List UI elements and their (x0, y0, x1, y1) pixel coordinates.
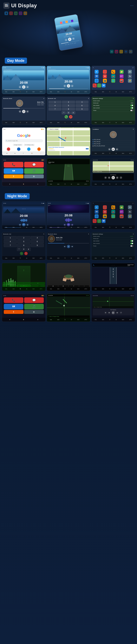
google-search-bar[interactable]: 🔍 Search or type URL (4, 139, 43, 142)
night-app-10[interactable]: 📡 (128, 210, 132, 214)
music-prev[interactable]: ⏮ (19, 110, 21, 113)
dial-hash[interactable]: # (71, 111, 75, 114)
app-icon-waze[interactable]: W (103, 74, 107, 78)
np-play[interactable]: ▶ (112, 176, 115, 179)
bottom-icon-1[interactable]: 📞 (93, 84, 96, 88)
night-app-2[interactable]: 🎵 (103, 205, 107, 209)
app-icon-extra2[interactable]: 🔵 (95, 79, 98, 83)
day-prev-2[interactable]: ⏮ (64, 85, 66, 87)
day-next-2[interactable]: ⏭ (71, 85, 74, 87)
app-icon-extra1[interactable]: 📡 (128, 74, 132, 78)
night-cp-podcast[interactable]: 🎙 (4, 310, 24, 314)
night-app-15[interactable]: ⚡ (128, 214, 132, 218)
night-dial-9[interactable]: 9 (31, 244, 44, 247)
bottom-icon-3[interactable]: 🗺 (102, 84, 106, 88)
dial-5[interactable]: 5 (62, 104, 75, 107)
night-nav-btn-3[interactable]: ⊕ (31, 282, 45, 284)
night-auto-connect-toggle[interactable] (130, 243, 133, 244)
app-icon-telegram[interactable]: ✈ (95, 70, 98, 74)
dial-6[interactable]: 6 (76, 104, 88, 107)
call-answer-btn[interactable]: 📞 (64, 115, 68, 118)
cp-podcast-icon[interactable]: 🎙 (4, 174, 24, 178)
cp-maps-icon[interactable]: 🗺 (4, 168, 23, 174)
night-dial-4[interactable]: 4 (4, 240, 17, 243)
local-prev[interactable]: ⏮ (108, 148, 111, 150)
night-nav-btn-4[interactable]: ← (3, 285, 16, 287)
auto-answer-toggle[interactable] (130, 105, 133, 106)
call-end-btn[interactable]: 📵 (69, 115, 72, 118)
night-dial-7[interactable]: 7 (4, 244, 17, 247)
bottom-icon-2[interactable]: 🎵 (97, 84, 101, 88)
local-next[interactable]: ⏭ (116, 148, 118, 150)
night-dial-5[interactable]: 5 (17, 240, 30, 243)
app-icon-phone[interactable]: 📞 (111, 70, 115, 74)
night-cp-phone[interactable]: 📞 (4, 298, 23, 303)
dial-7[interactable]: 7 (48, 108, 62, 111)
app-icon-extra6[interactable]: ⚡ (128, 79, 132, 83)
night-music-prev[interactable]: ⏮ (64, 245, 66, 248)
music-play[interactable]: ⏸ (22, 110, 26, 113)
day-play-1[interactable]: ⏸ (22, 85, 26, 89)
night-np-play[interactable]: ▶ (112, 311, 115, 314)
night-app-8[interactable]: 🚗 (111, 210, 115, 214)
night-dial-1[interactable]: 1 (4, 236, 17, 240)
app-icon-settings[interactable]: ⚙ (128, 70, 132, 74)
google-search-btn[interactable]: Google Search (13, 144, 22, 146)
dial-4[interactable]: 4 (48, 104, 62, 107)
night-answer-btn[interactable]: 📞 (20, 252, 23, 255)
night-nav-btn-2[interactable]: ↑ (17, 282, 30, 284)
night-app-13[interactable]: 🌐 (111, 214, 115, 218)
app-icon-extra5[interactable]: 📷 (120, 79, 124, 83)
app-icon-carplay[interactable]: 🚗 (111, 74, 115, 78)
app-icon-files[interactable]: 📁 (120, 70, 124, 74)
night-cp-messages[interactable]: 💬 (24, 298, 44, 303)
night-app-11[interactable]: 🔵 (95, 214, 98, 218)
dial-8[interactable]: 8 (62, 108, 75, 111)
night-auto-answer-toggle[interactable] (130, 240, 133, 242)
song-item-2[interactable]: 华乐_005.mp3 (93, 141, 134, 143)
night-nav-btn-5[interactable]: ⏎ (17, 285, 30, 287)
night-cp-settings[interactable]: ⚙ (24, 310, 44, 314)
food-ctrl-2[interactable]: ▶ (58, 285, 68, 287)
cp-settings-icon[interactable]: ⚙ (24, 174, 44, 178)
food-ctrl-1[interactable]: ◀ (48, 285, 58, 287)
cp-messages-icon[interactable]: 💬 (24, 162, 44, 168)
night-nav-btn-1[interactable]: ⊕ (3, 282, 16, 284)
dial-0[interactable]: 0 (66, 111, 70, 114)
day-prev-1[interactable]: ⏮ (19, 86, 21, 88)
night-app-14[interactable]: 📷 (120, 214, 124, 218)
night-dial-2[interactable]: 2 (17, 236, 30, 240)
google-lucky-btn[interactable]: I'm Feeling Lucky (24, 144, 35, 146)
go-button[interactable]: GO (86, 148, 88, 150)
day-next-1[interactable]: ⏭ (26, 86, 29, 88)
night-app-6[interactable]: 🗺 (95, 210, 98, 214)
night-cp-maps[interactable]: 🗺 (4, 304, 23, 310)
song-item-3[interactable]: 华乐_007.mp3 (93, 143, 134, 145)
night-app-12[interactable]: 📺 (103, 214, 107, 218)
auto-connect-toggle[interactable] (130, 107, 133, 109)
night-music-play[interactable]: ⏸ (67, 245, 70, 248)
dial-star[interactable]: * (62, 111, 66, 114)
hero-prev-btn[interactable]: ⏮ (64, 38, 68, 42)
night-dial-3[interactable]: 3 (31, 236, 44, 240)
app-icon-maps[interactable]: 🗺 (95, 74, 98, 78)
night-bottom-3[interactable]: 🗺 (102, 219, 106, 223)
np-repeat[interactable]: ↺ (120, 176, 122, 179)
night-dial-star[interactable]: * (17, 248, 21, 251)
night-app-7[interactable]: W (103, 210, 107, 214)
app-icon-music[interactable]: 🎵 (103, 70, 107, 74)
app-icon-extra4[interactable]: 🌐 (111, 79, 115, 83)
power-toggle[interactable] (130, 110, 133, 111)
dial-9[interactable]: 9 (76, 108, 88, 111)
dial-2[interactable]: 2 (62, 100, 75, 104)
day-play-2[interactable]: ⏸ (67, 84, 70, 88)
song-item-4[interactable]: 华乐_010_以前_003.mp3 (93, 145, 134, 147)
night-np-repeat[interactable]: ↺ (120, 311, 122, 314)
cp-music-icon[interactable]: 🎵 (24, 168, 44, 174)
night-np-prev[interactable]: ⏮ (108, 311, 110, 314)
dots-menu-icon[interactable]: ··· (130, 4, 134, 8)
app-icon-extra3[interactable]: 📺 (103, 79, 107, 83)
local-play[interactable]: ▶ (112, 148, 115, 151)
night-dial-0[interactable]: 0 (22, 248, 26, 251)
night-np-shuffle[interactable]: ⇄ (104, 311, 107, 314)
